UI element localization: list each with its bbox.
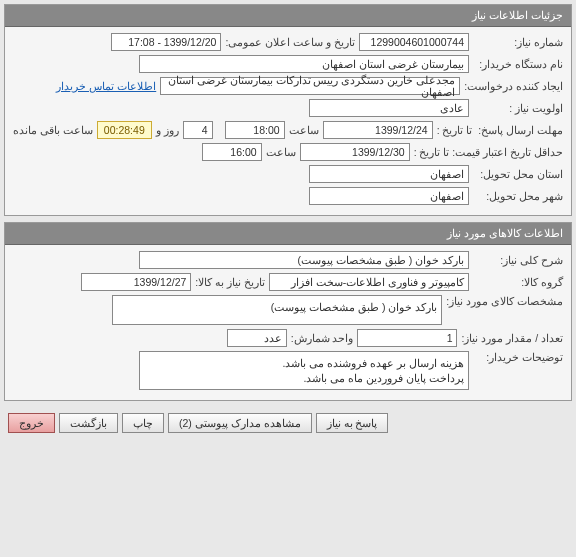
- unit-field: عدد: [227, 329, 287, 347]
- countdown-timer: 00:28:49: [97, 121, 152, 139]
- deadline-label: مهلت ارسال پاسخ: تا تاریخ :: [437, 124, 563, 136]
- credit-label: حداقل تاریخ اعتبار قیمت: تا تاریخ :: [414, 146, 563, 158]
- goods-info-header: اطلاعات کالاهای مورد نیاز: [5, 223, 571, 245]
- creator-field: مجدعلی خارین دستگردی رییس تدارکات بیمارس…: [160, 77, 460, 95]
- req-no-label: شماره نیاز:: [473, 36, 563, 48]
- respond-button[interactable]: پاسخ به نیاز: [316, 413, 389, 433]
- desc-label: شرح کلی نیاز:: [473, 254, 563, 266]
- back-button[interactable]: بازگشت: [59, 413, 118, 433]
- qty-field: 1: [357, 329, 457, 347]
- priority-field: عادی: [309, 99, 469, 117]
- announce-field: 1399/12/20 - 17:08: [111, 33, 221, 51]
- need-info-header: جزئیات اطلاعات نیاز: [5, 5, 571, 27]
- deadline-date-field: 1399/12/24: [323, 121, 433, 139]
- goods-info-panel: اطلاعات کالاهای مورد نیاز شرح کلی نیاز: …: [4, 222, 572, 401]
- time-label-2: ساعت: [266, 146, 296, 158]
- buyer-label: نام دستگاه خریدار:: [473, 58, 563, 70]
- spec-label: مشخصات کالای مورد نیاز:: [446, 295, 563, 307]
- group-label: گروه کالا:: [473, 276, 563, 288]
- priority-label: اولویت نیاز :: [473, 102, 563, 114]
- exit-button[interactable]: خروج: [8, 413, 55, 433]
- buyer-note-field: هزینه ارسال بر عهده فروشنده می باشد. پرد…: [139, 351, 469, 390]
- button-bar: پاسخ به نیاز مشاهده مدارک پیوستی (2) چاپ…: [4, 407, 572, 439]
- announce-label: تاریخ و ساعت اعلان عمومی:: [225, 36, 355, 48]
- buyer-note-label: توضیحات خریدار:: [473, 351, 563, 363]
- remain-label: ساعت باقی مانده: [13, 124, 93, 136]
- time-label-1: ساعت: [289, 124, 319, 136]
- contact-link[interactable]: اطلاعات تماس خریدار: [56, 80, 156, 92]
- print-button[interactable]: چاپ: [122, 413, 164, 433]
- delivery-city-field: اصفهان: [309, 187, 469, 205]
- need-date-label: تاریخ نیاز به کالا:: [195, 276, 265, 288]
- buyer-field: بیمارستان غرضی استان اصفهان: [139, 55, 469, 73]
- days-label: روز و: [156, 124, 179, 136]
- credit-date-field: 1399/12/30: [300, 143, 410, 161]
- days-field: 4: [183, 121, 213, 139]
- need-info-panel: جزئیات اطلاعات نیاز شماره نیاز: 12990046…: [4, 4, 572, 216]
- delivery-city-label: شهر محل تحویل:: [473, 190, 563, 202]
- desc-field: بارکد خوان ( طبق مشخصات پیوست): [139, 251, 469, 269]
- qty-label: تعداد / مقدار مورد نیاز:: [461, 332, 563, 344]
- spec-field: بارکد خوان ( طبق مشخصات پیوست): [112, 295, 442, 325]
- delivery-prov-label: استان محل تحویل:: [473, 168, 563, 180]
- group-field: کامپیوتر و فناوری اطلاعات-سخت افزار: [269, 273, 469, 291]
- delivery-prov-field: اصفهان: [309, 165, 469, 183]
- attachments-button[interactable]: مشاهده مدارک پیوستی (2): [168, 413, 312, 433]
- need-date-field: 1399/12/27: [81, 273, 191, 291]
- req-no-field: 1299004601000744: [359, 33, 469, 51]
- unit-label: واحد شمارش:: [291, 332, 354, 344]
- credit-time-field: 16:00: [202, 143, 262, 161]
- deadline-time-field: 18:00: [225, 121, 285, 139]
- creator-label: ایجاد کننده درخواست:: [464, 80, 563, 92]
